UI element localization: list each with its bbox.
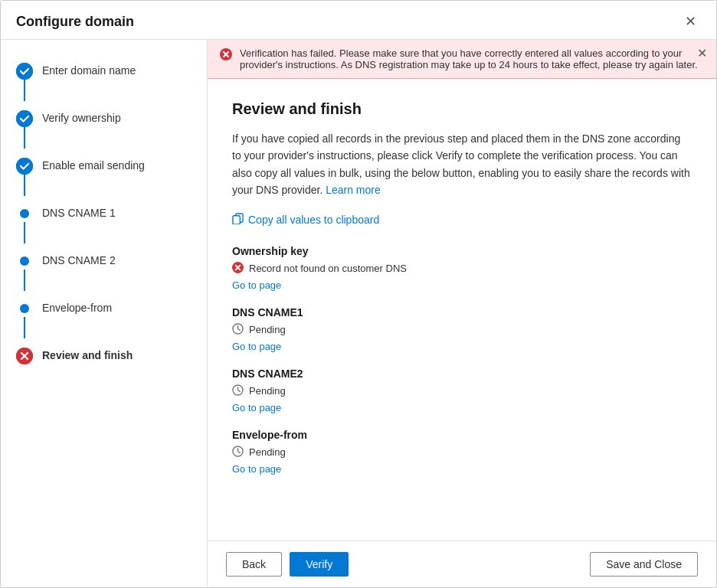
sidebar-item-label: DNS CNAME 2	[42, 253, 116, 266]
record-title: Envelope-from	[232, 429, 692, 441]
step-line	[24, 317, 25, 338]
back-button[interactable]: Back	[226, 552, 282, 577]
section-title: Review and finish	[232, 100, 692, 118]
record-ownership-key: Ownership key Record not found on custom…	[232, 245, 692, 291]
record-dns-cname1: DNS CNAME1 Pending Go to page	[232, 306, 692, 352]
record-title: DNS CNAME1	[232, 306, 692, 318]
main-content: Verification has failed. Please make sur…	[208, 40, 716, 587]
step-dot-icon	[20, 209, 29, 218]
configure-domain-dialog: Configure domain ✕ Enter domain name	[0, 0, 717, 588]
steps-sidebar: Enter domain name Verify ownership	[1, 40, 208, 587]
sidebar-item-enter-domain[interactable]: Enter domain name	[16, 58, 207, 106]
record-dns-cname2: DNS CNAME2 Pending Go to page	[232, 368, 692, 413]
verify-button[interactable]: Verify	[290, 552, 349, 577]
sidebar-item-label: DNS CNAME 1	[42, 205, 116, 219]
record-status-text: Pending	[249, 324, 286, 335]
record-go-to-page-link[interactable]: Go to page	[232, 463, 281, 475]
alert-message: Verification has failed. Please make sur…	[240, 47, 704, 70]
copy-icon	[232, 213, 244, 227]
record-go-to-page-link[interactable]: Go to page	[232, 341, 281, 352]
record-status-text: Pending	[249, 385, 286, 397]
record-title: DNS CNAME2	[232, 368, 692, 380]
section-description: If you have copied all records in the pr…	[232, 130, 692, 199]
step-completed-icon	[16, 158, 33, 175]
dialog-footer: Back Verify Save and Close	[208, 541, 716, 587]
record-pending-icon	[232, 446, 244, 459]
record-status: Pending	[232, 446, 692, 459]
record-status: Record not found on customer DNS	[232, 262, 692, 276]
dialog-header: Configure domain ✕	[1, 1, 716, 40]
alert-error-icon	[220, 48, 232, 64]
copy-clipboard-link[interactable]: Copy all values to clipboard	[232, 213, 692, 227]
content-area: Review and finish If you have copied all…	[208, 79, 716, 541]
record-title: Ownership key	[232, 245, 692, 257]
dialog-body: Enter domain name Verify ownership	[1, 40, 716, 587]
record-envelope-from: Envelope-from Pending Go to page	[232, 429, 692, 475]
sidebar-item-enable-email[interactable]: Enable email sending	[16, 153, 207, 201]
step-line	[24, 270, 25, 291]
record-status-text: Record not found on customer DNS	[249, 263, 407, 274]
sidebar-item-review-finish[interactable]: Review and finish	[16, 343, 207, 369]
alert-bar: Verification has failed. Please make sur…	[208, 40, 716, 79]
sidebar-item-dns-cname2[interactable]: DNS CNAME 2	[16, 248, 207, 296]
learn-more-link[interactable]: Learn more	[326, 184, 381, 196]
step-line	[24, 127, 25, 149]
record-pending-icon	[232, 323, 244, 337]
sidebar-item-envelope-from[interactable]: Envelope-from	[16, 296, 207, 343]
step-dot-icon	[20, 256, 29, 266]
svg-point-2	[16, 158, 33, 175]
record-status-text: Pending	[249, 446, 286, 458]
sidebar-item-dns-cname1[interactable]: DNS CNAME 1	[16, 201, 207, 248]
step-error-icon	[16, 348, 33, 364]
alert-close-button[interactable]: ✕	[697, 46, 707, 60]
sidebar-item-verify-ownership[interactable]: Verify ownership	[16, 106, 207, 153]
record-error-icon	[232, 262, 244, 276]
svg-point-0	[16, 63, 33, 80]
dialog-title: Configure domain	[16, 14, 134, 30]
record-status: Pending	[232, 323, 692, 337]
svg-rect-10	[233, 215, 240, 224]
record-pending-icon	[232, 384, 244, 398]
footer-left-buttons: Back Verify	[226, 552, 349, 577]
record-status: Pending	[232, 384, 692, 398]
sidebar-item-label: Envelope-from	[42, 300, 112, 314]
step-completed-icon	[16, 63, 33, 80]
step-line	[24, 80, 25, 101]
step-line	[24, 175, 25, 196]
sidebar-item-label: Enable email sending	[42, 158, 145, 172]
step-completed-icon	[16, 110, 33, 127]
sidebar-item-label: Verify ownership	[42, 110, 121, 124]
record-go-to-page-link[interactable]: Go to page	[232, 279, 281, 291]
step-line	[24, 222, 25, 243]
sidebar-item-label: Review and finish	[42, 348, 133, 361]
sidebar-item-label: Enter domain name	[42, 63, 136, 77]
record-go-to-page-link[interactable]: Go to page	[232, 402, 281, 413]
dialog-close-button[interactable]: ✕	[680, 11, 701, 31]
save-close-button[interactable]: Save and Close	[590, 552, 698, 577]
svg-point-1	[16, 110, 33, 127]
step-dot-icon	[20, 304, 29, 313]
